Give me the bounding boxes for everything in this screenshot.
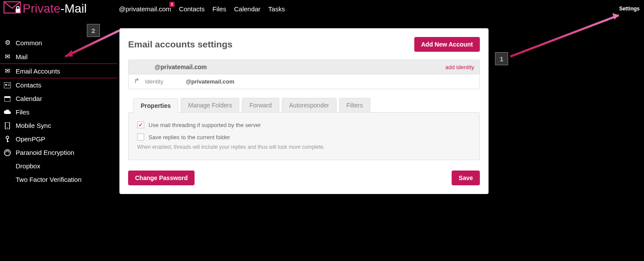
- sidebar-item-label: Calendar: [16, 95, 42, 102]
- sidebar-item-label: Files: [16, 108, 30, 116]
- settings-link[interactable]: Settings: [619, 6, 640, 12]
- sidebar-item-label: Contacts: [16, 81, 41, 89]
- annotation-badge-1: 1: [495, 52, 508, 65]
- sidebar-item-email-accounts[interactable]: ✉ Email Accounts: [0, 64, 117, 78]
- key-icon: [3, 136, 11, 143]
- logo: Private-Mail: [3, 1, 87, 17]
- tab-filters[interactable]: Filters: [339, 98, 370, 112]
- add-account-button[interactable]: Add New Account: [414, 37, 480, 52]
- contacts-icon: [3, 82, 11, 88]
- logo-text-2: -Mail: [60, 2, 87, 16]
- sync-icon: [3, 122, 11, 129]
- account-email: @privatemail.com: [155, 64, 207, 70]
- svg-line-14: [510, 15, 619, 57]
- sidebar-item-paranoid[interactable]: Paranoid Encryption: [0, 146, 117, 159]
- change-password-button[interactable]: Change Password: [128, 171, 195, 185]
- sidebar-item-common[interactable]: ⚙ Common: [0, 36, 117, 50]
- save-replies-label: Save replies to the current folder: [149, 134, 230, 141]
- sidebar-item-label: Common: [16, 39, 42, 47]
- tab-content: ✓ Use mail threading if supported by the…: [128, 112, 480, 160]
- svg-point-9: [7, 127, 8, 128]
- sidebar-item-label: OpenPGP: [16, 135, 45, 143]
- sidebar-item-label: Mobile Sync: [16, 122, 51, 129]
- sidebar-item-contacts[interactable]: Contacts: [0, 78, 117, 92]
- identity-row[interactable]: Identity @privatemail.com: [128, 74, 480, 89]
- envelope-icon: ✉: [3, 67, 11, 75]
- sidebar-item-files[interactable]: Files: [0, 105, 117, 119]
- gear-icon: ⚙: [3, 39, 11, 47]
- save-replies-row: Save replies to the current folder: [137, 134, 471, 141]
- calendar-icon: [3, 96, 11, 102]
- panel-title: Email accounts settings: [128, 39, 232, 50]
- svg-rect-1: [16, 9, 20, 13]
- settings-sidebar: ⚙ Common ✉ Mail ✉ Email Accounts Contact…: [0, 36, 117, 186]
- sidebar-item-mobile-sync[interactable]: Mobile Sync: [0, 119, 117, 132]
- sidebar-item-label: Mail: [16, 53, 28, 60]
- threading-label: Use mail threading if supported by the s…: [149, 122, 261, 128]
- account-row[interactable]: @privatemail.com add identity: [128, 60, 480, 74]
- nav-tasks[interactable]: Tasks: [268, 5, 285, 13]
- sidebar-item-dropbox[interactable]: • Dropbox: [0, 159, 117, 173]
- envelope-lock-icon: [3, 1, 21, 17]
- svg-rect-7: [4, 97, 10, 98]
- properties-block: Properties Manage Folders Forward Autore…: [128, 98, 480, 160]
- identity-label: Identity: [145, 78, 163, 85]
- cloud-icon: [3, 110, 11, 115]
- sidebar-item-label: Email Accounts: [16, 67, 60, 75]
- identity-arrow-icon: [134, 78, 140, 85]
- settings-panel: Email accounts settings Add New Account …: [119, 28, 489, 194]
- add-identity-link[interactable]: add identity: [446, 64, 475, 70]
- annotation-badge-2: 2: [87, 24, 100, 37]
- sidebar-item-2fa[interactable]: • Two Factor Verification: [0, 173, 117, 186]
- panel-header: Email accounts settings Add New Account: [128, 37, 480, 52]
- svg-point-10: [6, 136, 9, 139]
- tab-autoresponder[interactable]: Autoresponder: [282, 98, 337, 112]
- svg-rect-5: [8, 85, 10, 86]
- envelope-icon: ✉: [3, 53, 11, 60]
- sidebar-item-label: Two Factor Verification: [16, 176, 82, 183]
- threading-checkbox[interactable]: ✓: [137, 121, 144, 128]
- svg-point-3: [5, 84, 7, 86]
- sidebar-item-label: Paranoid Encryption: [16, 149, 74, 156]
- svg-rect-12: [7, 141, 9, 142]
- sidebar-item-label: Dropbox: [16, 162, 40, 170]
- nav-account[interactable]: @privatemail.com 8: [119, 5, 171, 13]
- svg-rect-4: [8, 84, 10, 84]
- identity-email: @privatemail.com: [186, 78, 234, 85]
- save-button[interactable]: Save: [452, 171, 480, 185]
- sidebar-item-calendar[interactable]: Calendar: [0, 92, 117, 105]
- sidebar-item-openpgp[interactable]: OpenPGP: [0, 132, 117, 146]
- nav-contacts[interactable]: Contacts: [179, 5, 205, 13]
- panel-footer: Change Password Save: [128, 171, 480, 185]
- sidebar-item-mail[interactable]: ✉ Mail: [0, 50, 117, 64]
- nav-badge: 8: [169, 2, 175, 7]
- top-header: Private-Mail @privatemail.com 8 Contacts…: [0, 0, 644, 17]
- logo-text-1: Private: [23, 2, 60, 16]
- nav-calendar[interactable]: Calendar: [234, 5, 261, 13]
- svg-point-13: [4, 150, 10, 156]
- shield-icon: [3, 149, 11, 156]
- helper-text: When enabled, threads will include your …: [137, 144, 471, 150]
- nav-files[interactable]: Files: [212, 5, 226, 13]
- threading-row: ✓ Use mail threading if supported by the…: [137, 121, 471, 128]
- tabs: Properties Manage Folders Forward Autore…: [128, 98, 480, 112]
- tab-properties[interactable]: Properties: [133, 98, 178, 113]
- nav-account-label: @privatemail.com: [119, 5, 171, 13]
- top-nav: @privatemail.com 8 Contacts Files Calend…: [119, 5, 285, 13]
- tab-manage-folders[interactable]: Manage Folders: [181, 98, 239, 112]
- tab-forward[interactable]: Forward: [242, 98, 279, 112]
- save-replies-checkbox[interactable]: [137, 134, 144, 141]
